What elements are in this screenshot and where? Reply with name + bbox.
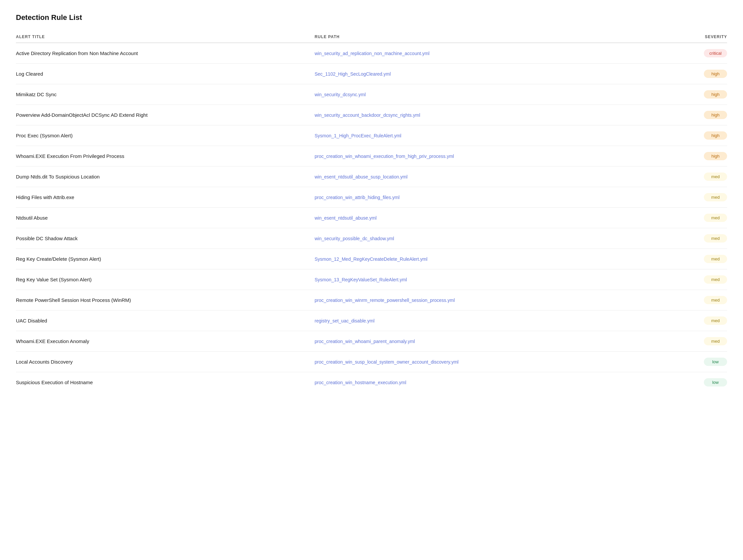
severity-badge: med — [704, 275, 727, 284]
col-header-rule-path: Rule Path — [314, 31, 642, 43]
severity-badge: high — [704, 111, 727, 119]
table-row: Possible DC Shadow Attackwin_security_po… — [16, 228, 727, 249]
severity-badge: high — [704, 90, 727, 98]
rule-path-cell[interactable]: Sec_1102_High_SecLogCleared.yml — [314, 64, 642, 84]
alert-title-cell: UAC Disabled — [16, 310, 314, 331]
severity-badge: med — [704, 234, 727, 243]
rule-path-link[interactable]: Sysmon_1_High_ProcExec_RuleAlert.yml — [314, 133, 401, 138]
severity-cell: med — [642, 249, 727, 269]
rule-path-cell[interactable]: registry_set_uac_disable.yml — [314, 310, 642, 331]
alert-title-cell: Whoami.EXE Execution From Privileged Pro… — [16, 146, 314, 167]
rule-path-link[interactable]: win_security_account_backdoor_dcsync_rig… — [314, 113, 420, 118]
table-row: Proc Exec (Sysmon Alert)Sysmon_1_High_Pr… — [16, 125, 727, 146]
alert-title-text: Log Cleared — [16, 71, 43, 77]
severity-cell: med — [642, 310, 727, 331]
alert-title-cell: Active Directory Replication from Non Ma… — [16, 43, 314, 64]
alert-title-text: Proc Exec (Sysmon Alert) — [16, 133, 73, 138]
alert-title-text: Whoami.EXE Execution From Privileged Pro… — [16, 153, 124, 159]
rule-path-cell[interactable]: Sysmon_13_RegKeyValueSet_RuleAlert.yml — [314, 269, 642, 290]
rule-path-cell[interactable]: win_security_possible_dc_shadow.yml — [314, 228, 642, 249]
rule-path-link[interactable]: win_security_ad_replication_non_machine_… — [314, 51, 429, 56]
rule-path-cell[interactable]: win_security_dcsync.yml — [314, 84, 642, 105]
table-header-row: Alert Title Rule Path Severity — [16, 31, 727, 43]
rule-path-link[interactable]: Sysmon_13_RegKeyValueSet_RuleAlert.yml — [314, 277, 407, 282]
alert-title-cell: Proc Exec (Sysmon Alert) — [16, 125, 314, 146]
alert-title-cell: Mimikatz DC Sync — [16, 84, 314, 105]
rule-path-cell[interactable]: proc_creation_win_susp_local_system_owne… — [314, 352, 642, 372]
severity-cell: high — [642, 146, 727, 167]
detection-rule-table: Alert Title Rule Path Severity Active Di… — [16, 31, 727, 392]
severity-badge: med — [704, 316, 727, 325]
rule-path-cell[interactable]: win_security_ad_replication_non_machine_… — [314, 43, 642, 64]
alert-title-text: Reg Key Value Set (Sysmon Alert) — [16, 277, 92, 282]
rule-path-cell[interactable]: proc_creation_win_attrib_hiding_files.ym… — [314, 187, 642, 208]
table-row: Remote PowerShell Session Host Process (… — [16, 290, 727, 310]
severity-cell: high — [642, 84, 727, 105]
table-row: Reg Key Create/Delete (Sysmon Alert)Sysm… — [16, 249, 727, 269]
page-title: Detection Rule List — [16, 13, 727, 22]
rule-path-link[interactable]: win_security_possible_dc_shadow.yml — [314, 236, 394, 241]
rule-path-link[interactable]: proc_creation_win_hostname_execution.yml — [314, 380, 406, 385]
rule-path-link[interactable]: win_security_dcsync.yml — [314, 92, 365, 97]
rule-path-cell[interactable]: win_esent_ntdsutil_abuse.yml — [314, 208, 642, 228]
rule-path-link[interactable]: Sec_1102_High_SecLogCleared.yml — [314, 71, 391, 77]
rule-path-link[interactable]: Sysmon_12_Med_RegKeyCreateDelete_RuleAle… — [314, 256, 427, 262]
table-row: Whoami.EXE Execution Anomalyproc_creatio… — [16, 331, 727, 352]
severity-badge: critical — [704, 49, 727, 57]
table-row: Whoami.EXE Execution From Privileged Pro… — [16, 146, 727, 167]
rule-path-link[interactable]: proc_creation_win_winrm_remote_powershel… — [314, 298, 455, 303]
alert-title-text: Local Accounts Discovery — [16, 359, 73, 364]
alert-title-text: Possible DC Shadow Attack — [16, 235, 78, 241]
severity-badge: high — [704, 70, 727, 78]
severity-badge: low — [704, 358, 727, 366]
rule-path-link[interactable]: win_esent_ntdsutil_abuse_susp_location.y… — [314, 174, 407, 179]
alert-title-cell: Whoami.EXE Execution Anomaly — [16, 331, 314, 352]
rule-path-cell[interactable]: Sysmon_1_High_ProcExec_RuleAlert.yml — [314, 125, 642, 146]
rule-path-link[interactable]: proc_creation_win_attrib_hiding_files.ym… — [314, 195, 399, 200]
alert-title-cell: Reg Key Value Set (Sysmon Alert) — [16, 269, 314, 290]
table-row: Ntdsutil Abusewin_esent_ntdsutil_abuse.y… — [16, 208, 727, 228]
severity-cell: low — [642, 352, 727, 372]
severity-badge: high — [704, 152, 727, 160]
rule-path-cell[interactable]: proc_creation_win_whoami_execution_from_… — [314, 146, 642, 167]
alert-title-cell: Powerview Add-DomainObjectAcl DCSync AD … — [16, 105, 314, 125]
col-header-alert-title: Alert Title — [16, 31, 314, 43]
alert-title-text: Remote PowerShell Session Host Process (… — [16, 297, 131, 303]
rule-path-cell[interactable]: win_security_account_backdoor_dcsync_rig… — [314, 105, 642, 125]
rule-path-link[interactable]: proc_creation_win_whoami_parent_anomaly.… — [314, 339, 414, 344]
severity-badge: med — [704, 296, 727, 304]
rule-path-link[interactable]: proc_creation_win_whoami_execution_from_… — [314, 154, 454, 159]
alert-title-cell: Hiding Files with Attrib.exe — [16, 187, 314, 208]
alert-title-text: Whoami.EXE Execution Anomaly — [16, 338, 89, 344]
severity-cell: high — [642, 105, 727, 125]
severity-cell: critical — [642, 43, 727, 64]
severity-cell: med — [642, 228, 727, 249]
severity-cell: high — [642, 125, 727, 146]
severity-badge: med — [704, 193, 727, 201]
severity-badge: med — [704, 337, 727, 345]
severity-badge: med — [704, 173, 727, 181]
alert-title-text: Suspicious Execution of Hostname — [16, 380, 93, 385]
alert-title-cell: Log Cleared — [16, 64, 314, 84]
alert-title-cell: Dump Ntds.dit To Suspicious Location — [16, 167, 314, 187]
table-row: Dump Ntds.dit To Suspicious Locationwin_… — [16, 167, 727, 187]
rule-path-cell[interactable]: proc_creation_win_hostname_execution.yml — [314, 372, 642, 393]
alert-title-text: Mimikatz DC Sync — [16, 92, 57, 97]
severity-badge: low — [704, 378, 727, 387]
rule-path-cell[interactable]: Sysmon_12_Med_RegKeyCreateDelete_RuleAle… — [314, 249, 642, 269]
alert-title-cell: Ntdsutil Abuse — [16, 208, 314, 228]
alert-title-text: Ntdsutil Abuse — [16, 215, 48, 221]
alert-title-text: Reg Key Create/Delete (Sysmon Alert) — [16, 256, 101, 262]
severity-cell: low — [642, 372, 727, 393]
rule-path-link[interactable]: win_esent_ntdsutil_abuse.yml — [314, 215, 377, 221]
rule-path-cell[interactable]: proc_creation_win_winrm_remote_powershel… — [314, 290, 642, 310]
rule-path-link[interactable]: proc_creation_win_susp_local_system_owne… — [314, 359, 458, 364]
rule-path-link[interactable]: registry_set_uac_disable.yml — [314, 318, 375, 324]
rule-path-cell[interactable]: proc_creation_win_whoami_parent_anomaly.… — [314, 331, 642, 352]
rule-path-cell[interactable]: win_esent_ntdsutil_abuse_susp_location.y… — [314, 167, 642, 187]
severity-cell: med — [642, 331, 727, 352]
table-row: Suspicious Execution of Hostnameproc_cre… — [16, 372, 727, 393]
alert-title-cell: Local Accounts Discovery — [16, 352, 314, 372]
severity-cell: med — [642, 290, 727, 310]
table-row: Mimikatz DC Syncwin_security_dcsync.ymlh… — [16, 84, 727, 105]
